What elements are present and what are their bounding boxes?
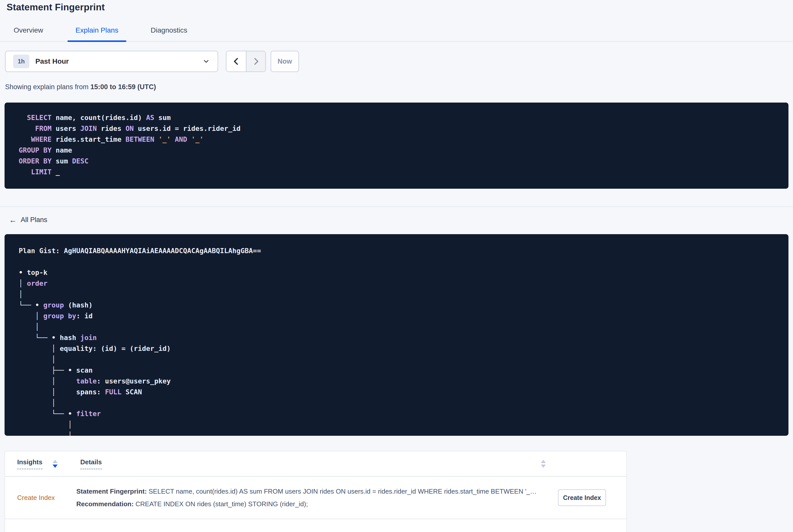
time-range-select[interactable]: 1h Past Hour [5,51,218,72]
tab-explain-plans[interactable]: Explain Plans [68,26,127,41]
chevron-left-icon [232,57,241,66]
showing-range: 15:00 to 16:59 (UTC) [91,83,156,91]
sort-asc-icon [53,460,58,463]
tab-overview[interactable]: Overview [5,26,51,41]
column-header-insights[interactable]: Insights [17,458,42,469]
sql-statement-card: SELECT name, count(rides.id) AS sum FROM… [4,102,789,189]
create-index-link[interactable]: Create Index [17,494,55,501]
sort-control-details[interactable] [541,460,546,468]
details-cell: Statement Fingerprint: SELECT name, coun… [76,485,558,510]
recommendation-line: Recommendation: CREATE INDEX ON rides (s… [76,498,558,510]
time-range-badge: 1h [13,55,29,68]
recommendation-label: Recommendation: [76,500,134,508]
table-row: Create Index Statement Fingerprint: SELE… [5,477,626,519]
sort-control-insights[interactable] [53,460,58,468]
sort-desc-icon [541,464,546,468]
showing-prefix: Showing explain plans from [5,83,91,91]
statement-fingerprint-line: Statement Fingerprint: SELECT name, coun… [76,485,558,498]
chevron-down-icon [203,58,210,65]
tab-bar: Overview Explain Plans Diagnostics [0,26,793,42]
row-action-cell: Create Index [558,489,626,506]
insights-table: Insights Details Create Index Statement … [4,451,627,532]
time-controls: 1h Past Hour Now [5,51,793,72]
all-plans-link[interactable]: ← All Plans [9,216,47,224]
time-nav-group [226,51,266,72]
tab-diagnostics[interactable]: Diagnostics [143,26,195,41]
all-plans-label: All Plans [21,216,47,224]
plan-gist-card: Plan Gist: AgHUAQIABQAAAAHYAQIAiAEAAAADC… [4,234,789,436]
previous-time-button[interactable] [226,51,246,72]
insights-table-header: Insights Details [5,451,626,477]
recommendation-text: CREATE INDEX ON rides (start_time) STORI… [134,500,308,508]
sql-code: SELECT name, count(rides.id) AS sum FROM… [19,112,774,177]
arrow-left-icon: ← [9,216,17,224]
now-button[interactable]: Now [271,51,299,72]
plan-tree: Plan Gist: AgHUAQIABQAAAAHYAQIAiAEAAAADC… [19,245,774,436]
time-range-value: Past Hour [35,57,69,65]
create-index-button[interactable]: Create Index [558,489,606,506]
sort-asc-icon [541,460,546,463]
statement-fingerprint-text: SELECT name, count(rides.id) AS sum FROM… [147,488,537,495]
next-time-button[interactable] [246,51,265,72]
page-title: Statement Fingerprint [6,2,793,13]
section-divider [0,206,793,207]
insight-cell: Create Index [17,494,76,502]
chevron-right-icon [252,57,260,66]
statement-fingerprint-label: Statement Fingerprint: [76,488,147,495]
column-header-details[interactable]: Details [80,458,102,469]
showing-range-text: Showing explain plans from 15:00 to 16:5… [5,83,793,91]
sort-desc-icon [53,464,58,468]
